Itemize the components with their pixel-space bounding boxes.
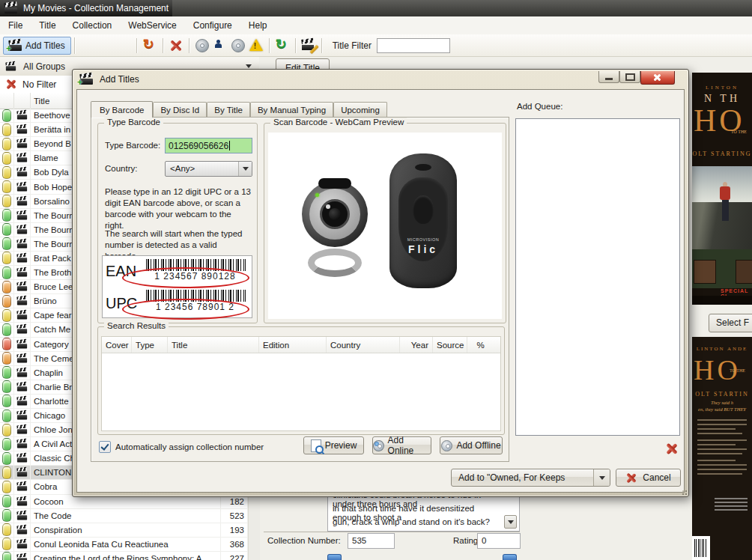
list-item[interactable]: The Code 523 xyxy=(0,509,248,523)
add-to-collection-button[interactable]: Add to "Owned, For Keeps xyxy=(451,469,610,487)
status-pill-icon xyxy=(2,237,11,250)
description-expand-button[interactable] xyxy=(504,515,517,529)
results-column-header[interactable]: Edition xyxy=(259,337,327,353)
results-column-header[interactable]: Country xyxy=(327,337,400,353)
main-titlebar: My Movies - Collection Management xyxy=(0,0,752,16)
save-all-icon[interactable] xyxy=(115,37,132,54)
cancel-button[interactable]: Cancel xyxy=(616,469,681,487)
status-pill-icon xyxy=(2,481,11,493)
list-item[interactable]: Conspiration 193 xyxy=(0,523,248,538)
status-cell xyxy=(0,366,14,380)
results-column-header[interactable]: Cover xyxy=(102,337,132,353)
auto-assign-checkbox-row[interactable]: Automatically assign collection number xyxy=(99,441,264,453)
group-label: Search Results xyxy=(104,321,169,330)
disc-eject-icon[interactable] xyxy=(230,37,246,54)
menu-item[interactable]: Configure xyxy=(185,17,240,34)
menu-item[interactable]: WebService xyxy=(120,17,184,34)
menu-item[interactable]: File xyxy=(0,17,31,34)
title-filter-input[interactable] xyxy=(377,38,450,53)
country-combobox[interactable]: <Any> xyxy=(165,161,252,177)
results-column-header[interactable]: Year xyxy=(400,337,433,353)
add-queue-list[interactable] xyxy=(515,118,680,436)
status-cell xyxy=(0,109,14,122)
results-column-header[interactable]: Source xyxy=(433,337,467,353)
barcode-illustration: EAN 1 234567 890128 UPC 1 23456 78901 2 xyxy=(102,255,252,318)
status-column-header[interactable] xyxy=(0,93,14,109)
save-disc-icon[interactable] xyxy=(97,37,114,54)
dialog-tab[interactable]: By Manual Typing xyxy=(250,102,333,117)
edit-clapper-icon[interactable] xyxy=(300,37,317,54)
preview-button[interactable]: Preview xyxy=(303,436,364,454)
status-pill-icon xyxy=(2,267,11,279)
list-item[interactable]: Creating the Lord of the Rings Symphony:… xyxy=(0,552,248,560)
queue-clear-button[interactable] xyxy=(663,440,679,457)
list-item[interactable]: Conul Leonida Fata Cu Reactiunea 368 xyxy=(0,538,248,552)
status-pill-icon xyxy=(2,281,11,293)
menu-item[interactable]: Collection xyxy=(64,17,121,34)
status-cell xyxy=(0,280,14,293)
auto-assign-checkbox[interactable] xyxy=(99,441,111,453)
results-column-header[interactable]: Type xyxy=(132,337,168,353)
barcode-input[interactable]: 012569056626 xyxy=(165,138,252,153)
status-pill-icon xyxy=(2,209,11,222)
status-pill-icon xyxy=(2,452,11,465)
rating-input[interactable]: 0 xyxy=(477,533,521,549)
collection-number-label: Collection Number: xyxy=(267,536,341,545)
toolbar-separator[interactable] xyxy=(266,37,273,54)
type-cell xyxy=(14,109,31,122)
maximize-button[interactable] xyxy=(619,71,640,83)
movie-clapper-icon xyxy=(17,197,27,205)
cover-paragraph-art xyxy=(692,416,752,480)
add-to-dropdown-button[interactable] xyxy=(593,469,610,486)
check-icon xyxy=(100,442,109,451)
add-online-button[interactable]: Add Online xyxy=(372,436,431,454)
status-cell xyxy=(0,123,14,136)
toolbar-separator[interactable] xyxy=(186,37,192,54)
add-titles-button[interactable]: + Add Titles xyxy=(3,37,71,55)
dialog-tab[interactable]: By Disc Id xyxy=(153,102,207,117)
warning-icon[interactable] xyxy=(248,37,264,54)
resize-grip[interactable] xyxy=(679,487,687,495)
toolbar-separator[interactable] xyxy=(133,37,140,54)
select-front-button[interactable]: Select F xyxy=(709,314,752,332)
user-profile-disc-icon[interactable] xyxy=(212,37,228,54)
type-cell xyxy=(14,509,31,523)
delete-title-icon[interactable] xyxy=(168,37,184,54)
type-cell xyxy=(14,180,31,193)
type-cell xyxy=(14,352,31,365)
movie-clapper-icon xyxy=(17,211,27,219)
status-cell xyxy=(0,252,14,265)
webcam-base xyxy=(308,249,362,277)
partial-toolbar-icon[interactable] xyxy=(503,554,517,560)
movie-clapper-icon xyxy=(17,511,27,520)
dialog-tab[interactable]: By Barcode xyxy=(91,101,153,118)
toolbar-separator[interactable] xyxy=(292,37,299,54)
front-cover-image: LINTON N TH HO TO THE OLT STARTING SPECI… xyxy=(692,73,752,305)
type-column-header[interactable] xyxy=(14,93,31,109)
type-cell xyxy=(14,151,31,165)
dialog-tab[interactable]: Upcoming xyxy=(333,102,387,117)
refresh-update-icon[interactable] xyxy=(142,37,158,54)
results-column-header[interactable]: Title xyxy=(168,337,259,353)
add-offline-button[interactable]: Add Offline xyxy=(440,436,503,454)
export-document-icon[interactable] xyxy=(79,37,96,54)
toolbar-separator[interactable] xyxy=(318,37,325,54)
status-cell xyxy=(0,480,14,493)
cancel-x-icon xyxy=(625,472,637,484)
menu-item[interactable]: Title xyxy=(31,17,64,34)
partial-toolbar-icon[interactable] xyxy=(327,554,342,560)
disc-tools-icon[interactable] xyxy=(194,37,210,54)
minimize-button[interactable] xyxy=(598,71,619,83)
movie-clapper-icon xyxy=(17,326,27,334)
collection-number-input[interactable]: 535 xyxy=(348,533,395,549)
dialog-tab[interactable]: By Title xyxy=(207,102,250,117)
results-column-header[interactable]: % xyxy=(467,337,490,353)
movie-clapper-icon xyxy=(17,412,27,420)
menu-item[interactable]: Help xyxy=(240,17,276,34)
toolbar-separator[interactable] xyxy=(160,37,166,54)
barcode-field-label: Type Barcode: xyxy=(105,141,160,150)
status-pill-icon xyxy=(2,380,11,393)
close-button[interactable] xyxy=(640,71,675,85)
sync-icon[interactable] xyxy=(274,37,291,54)
cover-text: LINTON ANDE xyxy=(692,346,752,352)
